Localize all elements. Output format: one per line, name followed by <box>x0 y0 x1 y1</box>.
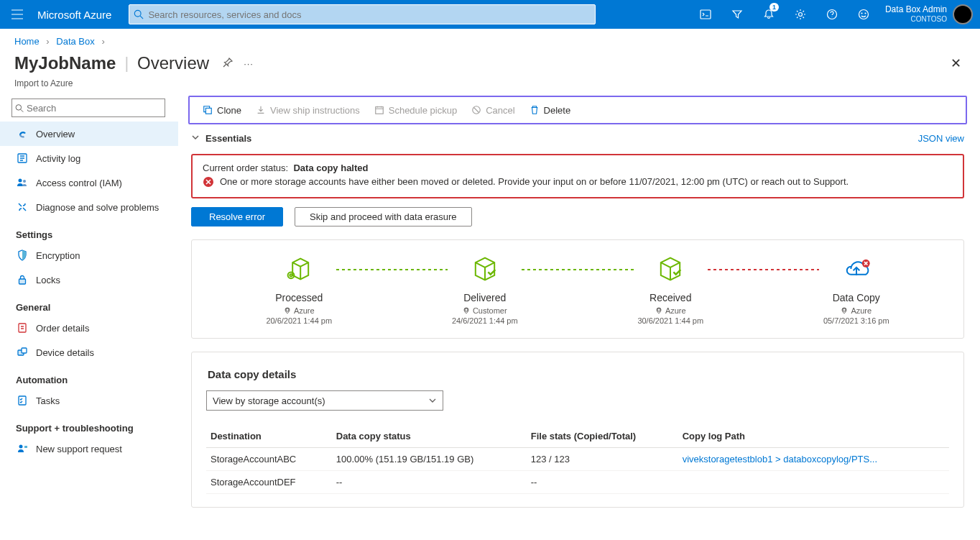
svg-point-5 <box>859 10 868 19</box>
sidebar-heading-settings: Settings <box>16 229 178 240</box>
sidebar-item-label: Activity log <box>36 153 80 164</box>
data-copy-icon <box>841 253 872 285</box>
page-subtitle: Import to Azure <box>0 78 980 96</box>
svg-rect-14 <box>19 324 26 332</box>
page-title: MyJobName <box>14 53 116 73</box>
svg-rect-2 <box>701 10 711 19</box>
data-copy-card: Data copy details View by storage accoun… <box>191 352 964 508</box>
sidebar-item-label: Overview <box>36 129 75 139</box>
sidebar-item-locks[interactable]: Locks <box>11 267 178 292</box>
location-icon <box>463 307 470 314</box>
settings-button[interactable] <box>785 0 816 29</box>
page-header: MyJobName | Overview ··· ✕ <box>0 51 980 78</box>
chevron-down-icon <box>428 396 437 405</box>
svg-point-7 <box>865 13 866 14</box>
notifications-button[interactable]: 1 <box>753 0 785 29</box>
cancel-icon <box>471 105 481 115</box>
location-icon <box>841 307 848 314</box>
encryption-icon <box>16 249 29 262</box>
sidebar-item-overview[interactable]: Overview <box>0 122 178 146</box>
sidebar-item-access-control[interactable]: Access control (IAM) <box>11 170 178 195</box>
timeline-delivered: Delivered Customer 24/6/2021 1:44 pm <box>392 253 578 325</box>
overview-icon <box>16 127 29 140</box>
clone-icon <box>203 105 213 115</box>
pin-icon <box>222 57 234 68</box>
support-icon <box>16 442 29 455</box>
global-search-input[interactable] <box>148 9 591 20</box>
sidebar-item-activity-log[interactable]: Activity log <box>11 146 178 170</box>
chevron-right-icon: › <box>42 36 53 47</box>
processed-icon <box>283 253 315 285</box>
sidebar-search[interactable] <box>11 99 165 117</box>
svg-rect-19 <box>205 108 211 114</box>
breadcrumb-databox[interactable]: Data Box <box>56 36 94 47</box>
copy-log-link[interactable] <box>678 471 949 494</box>
feedback-button[interactable] <box>848 0 879 29</box>
sidebar: « Overview Activity log Access control (… <box>0 96 178 538</box>
svg-point-3 <box>798 13 802 17</box>
svg-rect-17 <box>19 396 26 405</box>
location-icon <box>284 307 291 314</box>
sidebar-item-order-details[interactable]: Order details <box>11 316 178 340</box>
col-stats[interactable]: File stats (Copied/Total) <box>527 425 678 448</box>
essentials-header[interactable]: Essentials JSON view <box>188 129 967 148</box>
sidebar-search-input[interactable] <box>27 103 162 114</box>
sidebar-item-device-details[interactable]: Device details <box>11 340 178 365</box>
help-icon <box>826 9 838 20</box>
order-details-icon <box>16 321 29 334</box>
col-status[interactable]: Data copy status <box>332 425 527 448</box>
more-button[interactable]: ··· <box>244 58 254 69</box>
view-by-dropdown[interactable]: View by storage account(s) <box>206 390 443 411</box>
svg-line-9 <box>21 109 23 111</box>
hamburger-menu[interactable] <box>0 0 34 29</box>
sidebar-item-support-request[interactable]: New support request <box>11 436 178 461</box>
svg-point-26 <box>465 308 468 311</box>
directories-button[interactable] <box>721 0 753 29</box>
skip-erasure-button[interactable]: Skip and proceed with data erasure <box>295 207 472 226</box>
sidebar-item-tasks[interactable]: Tasks <box>11 388 178 413</box>
download-icon <box>256 105 266 115</box>
received-icon <box>655 253 686 285</box>
json-view-link[interactable]: JSON view <box>918 133 964 144</box>
svg-point-25 <box>286 308 289 311</box>
sidebar-heading-support: Support + troubleshooting <box>16 423 178 434</box>
help-button[interactable] <box>816 0 848 29</box>
chevron-down-icon[interactable] <box>191 133 200 144</box>
sidebar-item-label: Device details <box>36 347 94 358</box>
clone-button[interactable]: Clone <box>195 102 249 119</box>
breadcrumb: Home › Data Box › <box>0 29 980 51</box>
svg-point-12 <box>23 180 26 183</box>
topbar: Microsoft Azure 1 Data Box Admin CONTOSO <box>0 0 980 29</box>
sidebar-heading-general: General <box>16 302 178 313</box>
sidebar-item-label: Encryption <box>36 250 80 261</box>
resolve-error-button[interactable]: Resolve error <box>191 207 283 226</box>
data-copy-table: Destination Data copy status File stats … <box>206 425 949 494</box>
sidebar-item-diagnose[interactable]: Diagnose and solve problems <box>11 195 178 219</box>
global-search[interactable] <box>129 4 596 24</box>
diagnose-icon <box>16 201 29 214</box>
col-destination[interactable]: Destination <box>206 425 332 448</box>
delete-button[interactable]: Delete <box>522 102 578 119</box>
pin-button[interactable] <box>222 57 234 70</box>
location-icon <box>655 307 662 314</box>
timeline-received: Received Azure 30/6/2021 1:44 pm <box>578 253 764 325</box>
cloud-shell-button[interactable] <box>690 0 721 29</box>
status-value: Data copy halted <box>293 163 368 173</box>
sidebar-item-encryption[interactable]: Encryption <box>11 243 178 267</box>
notification-badge: 1 <box>769 3 779 12</box>
status-alert: Current order status: Data copy halted O… <box>191 154 964 198</box>
account-info[interactable]: Data Box Admin CONTOSO <box>879 4 953 24</box>
avatar[interactable] <box>953 4 973 24</box>
calendar-icon <box>374 105 384 115</box>
activity-log-icon <box>16 152 29 165</box>
device-details-icon <box>16 346 29 359</box>
sidebar-item-label: Access control (IAM) <box>36 178 122 188</box>
col-log[interactable]: Copy log Path <box>678 425 949 448</box>
copy-log-link[interactable]: vivekstoragetestblob1 > databoxcopylog/P… <box>678 448 949 471</box>
view-ship-button: View ship instructions <box>249 102 367 119</box>
timeline-processed: Processed Azure 20/6/2021 1:44 pm <box>206 253 392 325</box>
access-control-icon <box>16 176 29 189</box>
breadcrumb-home[interactable]: Home <box>14 36 40 47</box>
close-button[interactable]: ✕ <box>946 51 966 75</box>
brand[interactable]: Microsoft Azure <box>34 9 120 21</box>
